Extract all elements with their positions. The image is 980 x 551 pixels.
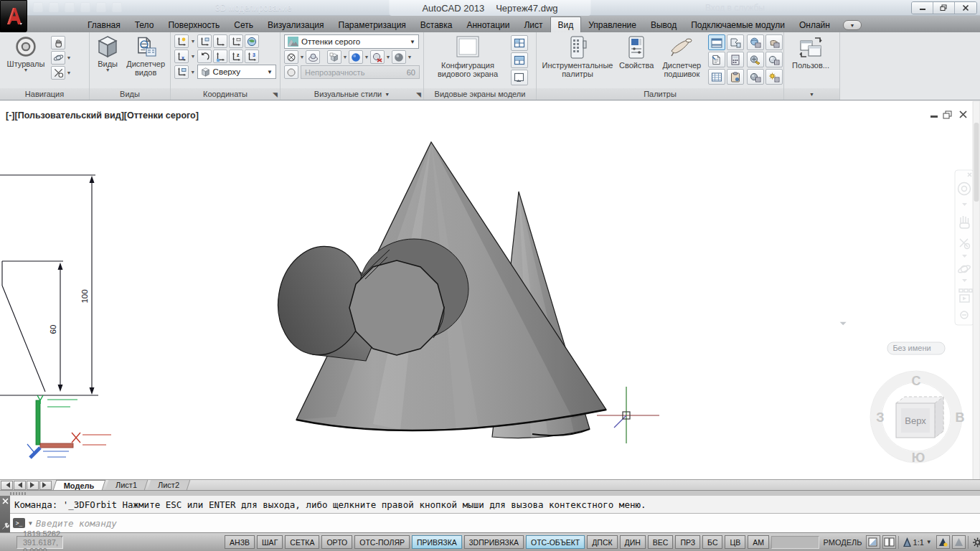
panel-title-user[interactable]: ▼	[784, 88, 839, 100]
light-list-button[interactable]	[765, 34, 783, 50]
tab-plugins[interactable]: Подключаемые модули	[684, 17, 792, 32]
toggle-grid[interactable]: СЕТКА	[285, 535, 319, 549]
tab-poverkhnost[interactable]: Поверхность	[161, 17, 227, 32]
zoom-extents-button[interactable]	[51, 66, 65, 80]
application-menu-button[interactable]	[0, 0, 27, 32]
materials-browser-button[interactable]	[747, 52, 764, 67]
command-input-line[interactable]: >_ ▼ Введите команду	[10, 514, 980, 532]
command-input-placeholder[interactable]: Введите команду	[36, 518, 117, 529]
toggle-ortho[interactable]: ОРТО	[321, 535, 352, 549]
model-space-button[interactable]: РМОДЕЛЬ	[821, 535, 864, 549]
compass-east[interactable]: В	[956, 410, 965, 425]
opacity-slider[interactable]: Непрозрачность 60	[301, 65, 420, 79]
flyout-arrow[interactable]: ▼	[407, 55, 413, 60]
viewport-restore-icon[interactable]	[943, 111, 951, 118]
chevron-down-icon[interactable]: ▼	[29, 520, 32, 527]
toggle-ducs[interactable]: ДПСК	[587, 535, 617, 549]
tab-set[interactable]: Сеть	[227, 17, 260, 32]
render-palette-button[interactable]	[747, 34, 764, 50]
next-layout-button[interactable]	[27, 481, 39, 490]
toggle-am[interactable]: АМ	[748, 535, 769, 549]
tab-telo[interactable]: Тело	[128, 17, 161, 32]
xray-style-button[interactable]	[370, 50, 385, 64]
ucs-button[interactable]	[213, 34, 227, 48]
properties-button[interactable]: Свойства	[618, 34, 655, 88]
ucs-object-button[interactable]	[229, 34, 243, 48]
view-manager-button[interactable]: Диспетчер видов	[125, 34, 166, 88]
vertical-scrollbar[interactable]	[973, 101, 980, 480]
ucs-named-button[interactable]	[174, 34, 189, 48]
view-direction-combo[interactable]: Сверху ▼	[197, 65, 276, 79]
compass-west[interactable]: З	[876, 410, 884, 425]
hidden-style-button[interactable]	[306, 50, 320, 64]
zoom-flyout-arrow[interactable]: ▼	[66, 70, 72, 75]
panel-title-visual-styles[interactable]: Визуальные стили▼◥	[281, 88, 423, 100]
ucs-previous-button[interactable]	[197, 50, 212, 63]
command-close-icon[interactable]	[2, 498, 9, 504]
viewcube[interactable]: Без имени С В Ю З Верх	[840, 322, 965, 465]
ucs-view-button[interactable]	[245, 34, 259, 48]
wireframe-style-button[interactable]	[284, 50, 298, 64]
join-viewports-button[interactable]	[511, 52, 528, 68]
compass-south[interactable]: Ю	[912, 451, 925, 465]
ucs-z-button[interactable]: z	[229, 50, 243, 63]
tab-layout1[interactable]: Лист1	[105, 480, 148, 490]
navigation-bar[interactable]	[955, 170, 974, 325]
ucs-x-button[interactable]: x	[174, 50, 189, 63]
solid-model[interactable]	[270, 142, 606, 438]
panel-title-views[interactable]: Виды	[90, 88, 170, 100]
toggle-lwt[interactable]: ВЕС	[648, 535, 674, 549]
opacity-toggle-button[interactable]	[284, 65, 298, 79]
toggle-qp[interactable]: БС	[702, 535, 722, 549]
viewport-configuration-button[interactable]: Конфигурация видового экрана	[428, 34, 508, 88]
ucs-icon-display-button[interactable]	[174, 65, 189, 79]
ucs-world-button[interactable]	[197, 34, 212, 48]
toggle-3dosnap[interactable]: 3DПРИВЯЗКА	[464, 535, 524, 549]
tab-layout2[interactable]: Лист2	[147, 480, 190, 490]
dialog-launcher-icon[interactable]: ◥	[273, 91, 278, 98]
tab-vid-active[interactable]: Вид	[550, 17, 582, 32]
annotation-scale-control[interactable]: 1:1 ▼	[901, 535, 934, 549]
shaded-style-button[interactable]	[349, 50, 363, 64]
tab-online[interactable]: Онлайн	[792, 17, 837, 32]
command-drag-grip[interactable]	[10, 492, 26, 495]
toggle-otrack[interactable]: ОТС-ОБЪЕКТ	[526, 535, 585, 549]
first-layout-button[interactable]	[1, 481, 13, 490]
toggle-snap[interactable]: ШАГ	[257, 535, 283, 549]
flyout-arrow[interactable]: ▼	[385, 55, 391, 60]
ucs-origin-button[interactable]	[213, 50, 227, 63]
shaded-edges-button[interactable]	[327, 50, 341, 64]
toggle-polar[interactable]: ОТС-ПОЛЯР	[354, 535, 410, 549]
dbconnect-button[interactable]	[708, 69, 725, 85]
named-viewports-button[interactable]	[511, 35, 528, 51]
last-layout-button[interactable]	[39, 481, 52, 490]
dimensioned-2d-drawing[interactable]	[0, 175, 98, 395]
minimize-button[interactable]	[912, 2, 933, 14]
toggle-osnap[interactable]: ПРИВЯЗКА	[412, 535, 462, 549]
views-button[interactable]: Виды ▼	[93, 34, 122, 88]
command-customize-icon[interactable]	[1, 522, 9, 530]
tool-palettes-button[interactable]: Инструментальные палитры	[540, 34, 615, 88]
signin-label[interactable]: Вход в службы	[705, 3, 765, 13]
viewcube-side-face[interactable]	[935, 397, 943, 438]
viewport-close-icon[interactable]	[960, 111, 966, 118]
toggle-tpy[interactable]: ПРЗ	[675, 535, 700, 549]
auto-annotate-button[interactable]	[952, 535, 966, 549]
command-line-palette-button[interactable]	[708, 34, 725, 50]
viewport-minimize-icon[interactable]	[930, 116, 938, 118]
viewcube-face-label[interactable]: Верх	[905, 415, 926, 426]
sheet-set-manager-button[interactable]: Диспетчер подшивок	[658, 34, 705, 88]
panel-title-model-viewports[interactable]: Видовые экраны модели	[424, 88, 536, 100]
tab-upravlenie[interactable]: Управление	[581, 17, 644, 32]
tab-glavnaya[interactable]: Главная	[80, 17, 128, 32]
flyout-arrow[interactable]: ▼	[299, 55, 305, 60]
external-refs-button[interactable]	[727, 34, 744, 50]
dialog-launcher-icon[interactable]: ◥	[416, 91, 421, 98]
viewport-window-controls[interactable]	[930, 111, 966, 118]
toggle-sc[interactable]: ЦВ	[725, 535, 745, 549]
orbit-flyout-arrow[interactable]: ▼	[66, 55, 72, 60]
restore-viewport-button[interactable]	[511, 70, 528, 85]
viewport-label[interactable]: [-][Пользовательский вид][Оттенки серого…	[6, 110, 199, 121]
tab-model[interactable]: Модель	[53, 480, 105, 490]
tab-vizualizatsiya[interactable]: Визуализация	[260, 17, 331, 32]
